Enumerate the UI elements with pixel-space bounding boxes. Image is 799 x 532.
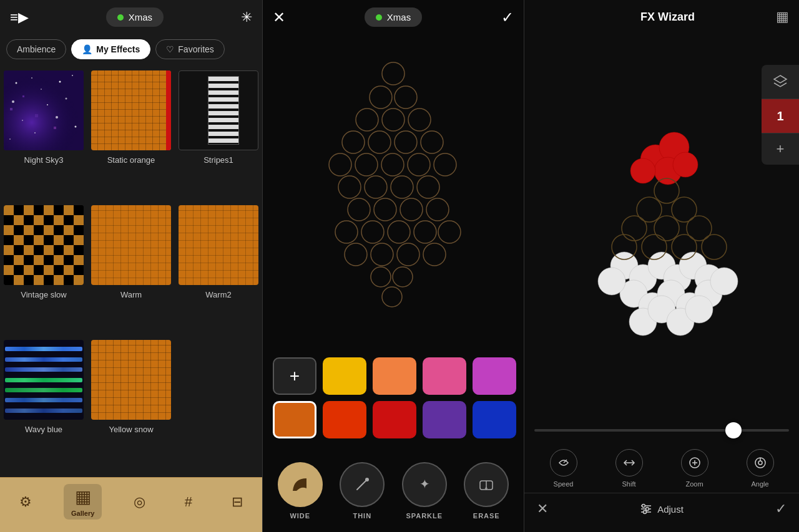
slider-track[interactable] bbox=[534, 429, 789, 432]
svg-point-55 bbox=[356, 109, 378, 131]
svg-point-124 bbox=[702, 235, 727, 259]
color-orange-light[interactable] bbox=[373, 357, 416, 395]
svg-rect-27 bbox=[74, 215, 84, 225]
color-row-2 bbox=[273, 401, 514, 438]
nav-compass[interactable]: ◎ bbox=[126, 491, 153, 513]
svg-line-87 bbox=[357, 480, 367, 490]
nav-settings[interactable]: ⚙ bbox=[12, 491, 39, 513]
xmas-badge-left[interactable]: Xmas bbox=[106, 7, 164, 27]
svg-marker-125 bbox=[774, 75, 787, 83]
svg-point-138 bbox=[644, 511, 647, 514]
gallery-icon: ▦ bbox=[75, 486, 91, 507]
close-button[interactable]: ✕ bbox=[273, 9, 285, 26]
svg-point-4 bbox=[59, 81, 61, 83]
adjust-label: Adjust bbox=[657, 504, 684, 515]
svg-rect-24 bbox=[14, 215, 24, 225]
svg-rect-23 bbox=[64, 205, 74, 215]
layers-button[interactable] bbox=[762, 65, 799, 99]
svg-point-85 bbox=[393, 267, 413, 287]
menu-icon[interactable]: ≡▶ bbox=[10, 9, 29, 26]
brush-wide[interactable]: WIDE bbox=[278, 462, 323, 520]
color-orange-red[interactable] bbox=[323, 401, 366, 438]
color-purple[interactable] bbox=[423, 401, 466, 438]
color-magenta[interactable] bbox=[473, 357, 516, 395]
svg-point-12 bbox=[34, 132, 36, 133]
brush-sparkle[interactable]: ✦ SPARKLE bbox=[402, 462, 447, 520]
panel-left: ≡▶ Xmas ✳ Ambience 👤 My Effects ♡ Favori… bbox=[0, 0, 262, 532]
svg-rect-30 bbox=[44, 225, 54, 235]
red-stripe bbox=[166, 70, 171, 150]
adjust-button[interactable]: Adjust bbox=[640, 503, 684, 515]
zoom-control[interactable]: Zoom bbox=[681, 449, 708, 488]
nav-bookmark[interactable]: ⊟ bbox=[224, 491, 250, 513]
wavy-line-5 bbox=[5, 388, 82, 392]
left-top-bar: ≡▶ Xmas ✳ bbox=[0, 0, 262, 34]
close-fx-button[interactable]: ✕ bbox=[537, 501, 548, 517]
confirm-button[interactable]: ✓ bbox=[501, 9, 514, 26]
layer-number[interactable]: 1 bbox=[762, 99, 799, 133]
shift-control[interactable]: Shift bbox=[615, 449, 643, 488]
favorites-label: Favorites bbox=[178, 44, 214, 54]
svg-point-78 bbox=[414, 221, 436, 243]
svg-point-8 bbox=[47, 104, 48, 105]
add-color-button[interactable]: + bbox=[273, 357, 316, 395]
color-blue[interactable] bbox=[473, 401, 516, 438]
wavy-line-4 bbox=[5, 378, 82, 382]
effect-label-yellow-snow: Yellow snow bbox=[109, 425, 153, 434]
svg-point-74 bbox=[426, 198, 449, 221]
svg-point-62 bbox=[329, 153, 351, 176]
nav-gallery[interactable]: ▦ Gallery bbox=[64, 484, 102, 520]
svg-point-79 bbox=[438, 221, 461, 243]
svg-point-14 bbox=[9, 138, 11, 140]
add-layer-button[interactable]: + bbox=[762, 133, 799, 165]
svg-point-84 bbox=[371, 267, 391, 287]
speed-control[interactable]: Speed bbox=[550, 449, 577, 488]
person-icon: 👤 bbox=[82, 44, 92, 54]
color-pink[interactable] bbox=[423, 357, 466, 395]
fx-title: FX Wizard bbox=[640, 11, 695, 24]
effect-vintage-slow[interactable]: Vintage slow bbox=[0, 201, 87, 336]
svg-rect-44 bbox=[4, 265, 14, 275]
slider-row bbox=[524, 423, 799, 442]
gallery-label: Gallery bbox=[71, 510, 94, 517]
effect-yellow-snow[interactable]: Yellow snow bbox=[87, 336, 175, 471]
effect-label-wavy-blue: Wavy blue bbox=[25, 425, 62, 434]
panel-right: FX Wizard ▦ bbox=[524, 0, 799, 532]
svg-rect-15 bbox=[10, 108, 12, 110]
effect-wavy-blue[interactable]: Wavy blue bbox=[0, 336, 87, 471]
xmas-badge-middle[interactable]: Xmas bbox=[365, 7, 422, 27]
brush-erase[interactable]: ⋄ ERASE bbox=[464, 462, 509, 520]
svg-point-136 bbox=[642, 505, 645, 508]
sparkle-brush-icon: ✦ bbox=[402, 462, 447, 507]
ambience-label: Ambience bbox=[17, 44, 56, 54]
wavy-line-2 bbox=[5, 357, 82, 362]
orange-grid bbox=[91, 70, 171, 150]
svg-rect-34 bbox=[54, 235, 64, 245]
nav-hashtag[interactable]: # bbox=[177, 491, 200, 513]
effect-static-orange[interactable]: Static orange bbox=[87, 67, 175, 201]
brush-thin[interactable]: THIN bbox=[340, 462, 385, 520]
slider-thumb[interactable] bbox=[725, 422, 742, 438]
tab-ambience[interactable]: Ambience bbox=[6, 39, 66, 59]
warm2-grid bbox=[179, 205, 258, 285]
color-red[interactable] bbox=[373, 401, 416, 438]
yellow-snow-grid bbox=[91, 340, 171, 420]
grid-icon[interactable]: ▦ bbox=[776, 9, 789, 25]
color-yellow[interactable] bbox=[323, 357, 366, 395]
svg-rect-46 bbox=[44, 265, 54, 275]
tab-favorites[interactable]: ♡ Favorites bbox=[155, 39, 225, 59]
tab-my-effects[interactable]: 👤 My Effects bbox=[71, 39, 150, 59]
sparkle-icon[interactable]: ✳ bbox=[241, 9, 252, 26]
svg-rect-17 bbox=[54, 127, 56, 129]
angle-control[interactable]: Angle bbox=[747, 449, 774, 488]
compass-icon: ◎ bbox=[134, 494, 145, 510]
effect-night-sky3[interactable]: Night Sky3 bbox=[0, 67, 87, 201]
effect-stripes1[interactable]: Stripes1 bbox=[175, 67, 262, 201]
color-orange-selected[interactable] bbox=[273, 401, 316, 438]
svg-rect-40 bbox=[14, 255, 24, 265]
effect-warm2[interactable]: Warm2 bbox=[175, 201, 262, 336]
confirm-fx-button[interactable]: ✓ bbox=[775, 501, 787, 517]
effect-label-warm2: Warm2 bbox=[205, 290, 231, 299]
effect-label-night-sky3: Night Sky3 bbox=[24, 155, 64, 165]
effect-warm[interactable]: Warm bbox=[87, 201, 175, 336]
